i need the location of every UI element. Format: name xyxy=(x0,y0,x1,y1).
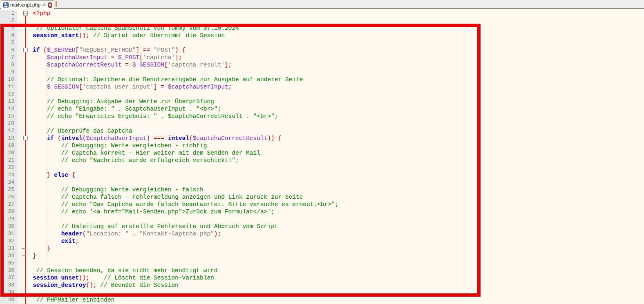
line-number[interactable]: 22 xyxy=(0,164,17,171)
fold-collapse-icon[interactable] xyxy=(23,48,28,52)
line-number[interactable]: 6 xyxy=(0,47,17,54)
code-line[interactable]: 10 // Optional: Speichere die Benutzerei… xyxy=(0,76,644,83)
fold-collapse-icon[interactable] xyxy=(23,136,28,140)
code-line[interactable]: 16 xyxy=(0,120,644,127)
line-number[interactable]: 25 xyxy=(0,186,17,193)
code-line[interactable]: 25 // Debugging: Werte vergleichen - fal… xyxy=(0,186,644,193)
code-line[interactable]: 5 xyxy=(0,39,644,47)
pin-icon[interactable] xyxy=(42,2,47,7)
code-line[interactable]: 1<?php xyxy=(0,10,644,17)
code-line[interactable]: 37session_unset(); // Löscht die Session… xyxy=(0,274,644,282)
line-number[interactable]: 38 xyxy=(0,282,17,289)
line-number[interactable]: 14 xyxy=(0,105,17,113)
code-line[interactable]: 2 xyxy=(0,17,644,24)
code-text: // echo '<a href="Mail-Senden.php">Zurüc… xyxy=(17,208,275,215)
line-number[interactable]: 35 xyxy=(0,260,17,267)
line-number[interactable]: 13 xyxy=(0,98,17,105)
code-line[interactable]: 30 // Umleitung auf erstellte Fehlerseit… xyxy=(0,223,644,230)
line-number[interactable]: 28 xyxy=(0,208,17,215)
line-number[interactable]: 24 xyxy=(0,179,17,186)
code-line[interactable]: 22 xyxy=(0,164,644,171)
code-editor-lines[interactable]: 1<?php23 // Optionaler Captcha Spamschut… xyxy=(0,10,644,304)
code-line[interactable]: 29 xyxy=(0,215,644,223)
code-line[interactable]: 15 // echo "Erwartetes Ergebnis: " . $ca… xyxy=(0,113,644,120)
line-number[interactable]: 32 xyxy=(0,237,17,245)
code-text: // echo "Erwartetes Ergebnis: " . $captc… xyxy=(17,113,278,120)
code-line[interactable]: 36 // Session beenden, da sie nicht mehr… xyxy=(0,267,644,274)
code-line[interactable]: 18 if (intval($captchaUserInput) === int… xyxy=(0,135,644,142)
line-number[interactable]: 18 xyxy=(0,135,17,142)
line-number[interactable]: 5 xyxy=(0,39,17,47)
code-line[interactable]: 17 // Überprüfe das Captcha xyxy=(0,127,644,135)
fold-end-icon[interactable] xyxy=(22,255,26,256)
code-text: $captchaUserInput = $_POST['captcha']; xyxy=(17,54,182,61)
code-text: // echo "Das Captcha wurde falsch beantw… xyxy=(17,201,338,208)
line-number[interactable]: 9 xyxy=(0,69,17,76)
code-line[interactable]: 8 $captchaCorrectResult = $_SESSION['cap… xyxy=(0,61,644,69)
line-number[interactable]: 16 xyxy=(0,120,17,127)
line-number[interactable]: 15 xyxy=(0,113,17,120)
line-number[interactable]: 17 xyxy=(0,127,17,135)
code-line[interactable]: 6if ($_SERVER["REQUEST_METHOD"] == "POST… xyxy=(0,47,644,54)
code-line[interactable]: 20 // Captcha korrekt - Hier weiter mit … xyxy=(0,149,644,157)
code-line[interactable]: 24 xyxy=(0,179,644,186)
code-line[interactable]: 21 // echo "Nachricht wurde erfolgreich … xyxy=(0,157,644,164)
line-number[interactable]: 4 xyxy=(0,32,17,39)
line-number[interactable]: 3 xyxy=(0,24,17,32)
line-number[interactable]: 39 xyxy=(0,289,17,296)
code-line[interactable]: 7 $captchaUserInput = $_POST['captcha']; xyxy=(0,54,644,61)
line-number[interactable]: 34 xyxy=(0,252,17,260)
code-line[interactable]: 11 $_SESSION['captcha_user_input'] = $ca… xyxy=(0,83,644,91)
fold-collapse-icon[interactable] xyxy=(23,11,28,16)
code-line[interactable]: 31 header("Location: " . "Kontakt-Captch… xyxy=(0,230,644,237)
line-number[interactable]: 21 xyxy=(0,157,17,164)
code-line[interactable]: 13 // Debugging: Ausgabe der Werte zur Ü… xyxy=(0,98,644,105)
line-number[interactable]: 30 xyxy=(0,223,17,230)
line-number[interactable]: 33 xyxy=(0,245,17,252)
line-number[interactable]: 23 xyxy=(0,171,17,179)
tab-mailscript[interactable]: mailscript.php x xyxy=(1,0,54,9)
code-editor[interactable]: 1<?php23 // Optionaler Captcha Spamschut… xyxy=(0,10,644,304)
line-number[interactable]: 19 xyxy=(0,142,17,149)
code-text: } xyxy=(17,252,36,260)
code-line[interactable]: 3 // Optionaler Captcha Spamschutz von T… xyxy=(0,24,644,32)
line-number[interactable]: 20 xyxy=(0,149,17,157)
code-line[interactable]: 32 exit; xyxy=(0,237,644,245)
code-line[interactable]: 9 xyxy=(0,69,644,76)
line-number[interactable]: 31 xyxy=(0,230,17,237)
tab-bar: mailscript.php x xyxy=(0,0,644,9)
line-number[interactable]: 27 xyxy=(0,201,17,208)
code-line[interactable]: 4session_start(); // Startet oder überni… xyxy=(0,32,644,39)
code-line[interactable]: 19 // Debugging: Werte vergleichen - ric… xyxy=(0,142,644,149)
code-line[interactable]: 40 // PHPMailer einbinden xyxy=(0,296,644,304)
line-number[interactable]: 26 xyxy=(0,193,17,201)
code-line[interactable]: 27 // echo "Das Captcha wurde falsch bea… xyxy=(0,201,644,208)
line-number[interactable]: 12 xyxy=(0,91,17,98)
code-line[interactable]: 26 // Captcha falsch - Fehlermeldung anz… xyxy=(0,193,644,201)
line-number[interactable]: 36 xyxy=(0,267,17,274)
code-line[interactable]: 35 xyxy=(0,260,644,267)
tab-close-icon[interactable]: x xyxy=(48,2,52,8)
line-number[interactable]: 2 xyxy=(0,17,17,24)
code-line[interactable]: 23 } else { xyxy=(0,171,644,179)
code-line[interactable]: 39 xyxy=(0,289,644,296)
code-line[interactable]: 34} xyxy=(0,252,644,260)
code-line[interactable]: 33 } xyxy=(0,245,644,252)
line-number[interactable]: 37 xyxy=(0,274,17,282)
line-number[interactable]: 40 xyxy=(0,296,17,304)
code-line[interactable]: 12 xyxy=(0,91,644,98)
line-number[interactable]: 8 xyxy=(0,61,17,69)
line-number[interactable]: 10 xyxy=(0,76,17,83)
fold-end-icon[interactable] xyxy=(22,248,26,249)
line-number[interactable]: 29 xyxy=(0,215,17,223)
code-line[interactable]: 14 // echo "Eingabe: " . $captchaUserInp… xyxy=(0,105,644,113)
line-number[interactable]: 7 xyxy=(0,54,17,61)
code-text: session_unset(); // Löscht die Session-V… xyxy=(17,274,214,282)
code-line[interactable]: 38session_destroy(); // Beendet die Sess… xyxy=(0,282,644,289)
code-text: // Captcha falsch - Fehlermeldung anzeig… xyxy=(17,193,303,201)
code-text: // Optionaler Captcha Spamschutz von Tom… xyxy=(17,24,239,32)
code-text: // echo "Eingabe: " . $captchaUserInput … xyxy=(17,105,221,113)
code-line[interactable]: 28 // echo '<a href="Mail-Senden.php">Zu… xyxy=(0,208,644,215)
line-number[interactable]: 11 xyxy=(0,83,17,91)
line-number[interactable]: 1 xyxy=(0,10,17,17)
